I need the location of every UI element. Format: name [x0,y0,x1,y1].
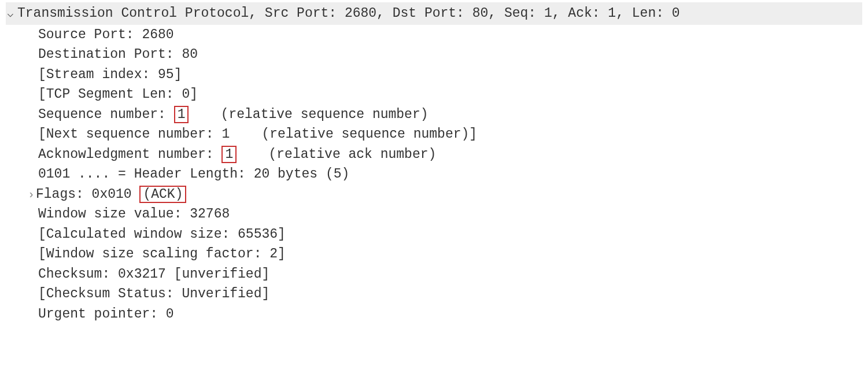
flags-line[interactable]: Flags: 0x010 (ACK) [6,185,862,205]
header-length-text: 0101 .... = Header Length: 20 bytes (5) [38,167,349,182]
destination-port-text: Destination Port: 80 [38,47,198,62]
checksum-status-line[interactable]: [Checksum Status: Unverified] [6,284,862,304]
checksum-status-text: [Checksum Status: Unverified] [38,286,269,301]
scaling-factor-line[interactable]: [Window size scaling factor: 2] [6,244,862,264]
tcp-segment-len-text: [TCP Segment Len: 0] [38,87,198,102]
urgent-pointer-text: Urgent pointer: 0 [38,307,174,322]
seq-prefix: Sequence number: [38,107,174,122]
chevron-down-icon[interactable] [6,3,15,24]
window-size-text: Window size value: 32768 [38,206,230,222]
sequence-number-line[interactable]: Sequence number: 1 (relative sequence nu… [6,105,862,125]
checksum-line[interactable]: Checksum: 0x3217 [unverified] [6,264,862,285]
calculated-window-text: [Calculated window size: 65536] [38,227,286,242]
ack-boxed-value: 1 [221,146,237,163]
tcp-segment-len-line[interactable]: [TCP Segment Len: 0] [6,84,862,105]
urgent-pointer-line[interactable]: Urgent pointer: 0 [6,304,862,324]
next-sequence-line[interactable]: [Next sequence number: 1 (relative seque… [6,124,862,145]
seq-suffix: (relative sequence number) [189,107,428,122]
chevron-right-icon[interactable] [27,185,36,205]
flags-boxed-value: (ACK) [139,186,186,203]
calculated-window-line[interactable]: [Calculated window size: 65536] [6,224,862,245]
stream-index-text: [Stream index: 95] [38,67,182,82]
ack-suffix: (relative ack number) [237,147,436,162]
source-port-text: Source Port: 2680 [38,27,174,42]
flags-prefix: Flags: 0x010 [36,185,139,205]
ack-number-line[interactable]: Acknowledgment number: 1 (relative ack n… [6,145,862,165]
destination-port-line[interactable]: Destination Port: 80 [6,45,862,65]
tcp-header-text: Transmission Control Protocol, Src Port:… [17,3,680,24]
tcp-header-row[interactable]: Transmission Control Protocol, Src Port:… [6,2,862,25]
seq-boxed-value: 1 [174,106,189,123]
checksum-text: Checksum: 0x3217 [unverified] [38,267,269,282]
window-size-line[interactable]: Window size value: 32768 [6,204,862,224]
stream-index-line[interactable]: [Stream index: 95] [6,65,862,85]
header-length-line[interactable]: 0101 .... = Header Length: 20 bytes (5) [6,164,862,185]
next-seq-text: [Next sequence number: 1 (relative seque… [38,127,477,142]
ack-prefix: Acknowledgment number: [38,147,221,162]
source-port-line[interactable]: Source Port: 2680 [6,25,862,45]
scaling-factor-text: [Window size scaling factor: 2] [38,246,286,261]
